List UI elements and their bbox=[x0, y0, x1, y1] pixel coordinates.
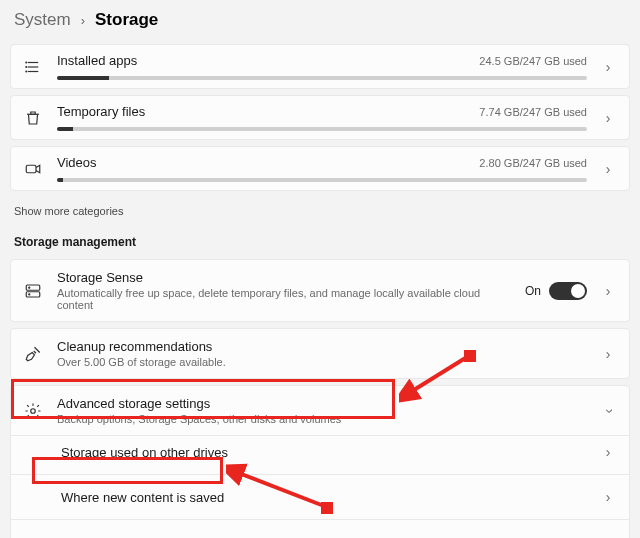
svg-point-4 bbox=[26, 66, 27, 67]
usage-row-apps[interactable]: Installed apps24.5 GB/247 GB used› bbox=[10, 44, 630, 89]
storage-sense-row[interactable]: Storage Sense Automatically free up spac… bbox=[10, 259, 630, 322]
video-icon bbox=[23, 159, 43, 179]
storage-management-header: Storage management bbox=[0, 231, 640, 259]
usage-amount: 24.5 GB/247 GB used bbox=[479, 55, 587, 67]
subrow-new-content[interactable]: Where new content is saved › bbox=[10, 475, 630, 520]
chevron-right-icon: › bbox=[601, 346, 615, 362]
chevron-up-icon: › bbox=[600, 404, 616, 418]
usage-amount: 7.74 GB/247 GB used bbox=[479, 106, 587, 118]
advanced-sub: Backup options, Storage Spaces, other di… bbox=[57, 413, 587, 425]
svg-point-10 bbox=[29, 293, 30, 294]
cleanup-row[interactable]: Cleanup recommendations Over 5.00 GB of … bbox=[10, 328, 630, 379]
svg-point-11 bbox=[31, 408, 36, 413]
storage-sense-toggle[interactable] bbox=[549, 282, 587, 300]
chevron-right-icon: › bbox=[601, 444, 615, 460]
breadcrumb-current: Storage bbox=[95, 10, 158, 30]
cleanup-title: Cleanup recommendations bbox=[57, 339, 587, 354]
svg-point-3 bbox=[26, 62, 27, 63]
svg-rect-6 bbox=[26, 165, 36, 173]
breadcrumb-parent[interactable]: System bbox=[14, 10, 71, 30]
storage-sense-sub: Automatically free up space, delete temp… bbox=[57, 287, 511, 311]
svg-point-9 bbox=[29, 287, 30, 288]
usage-label: Temporary files bbox=[57, 104, 145, 119]
drive-icon bbox=[23, 281, 43, 301]
subrow-label: Where new content is saved bbox=[61, 490, 224, 505]
subrow-other-drives[interactable]: Storage used on other drives › bbox=[10, 430, 630, 475]
usage-row-temp[interactable]: Temporary files7.74 GB/247 GB used› bbox=[10, 95, 630, 140]
advanced-storage-row[interactable]: Advanced storage settings Backup options… bbox=[10, 385, 630, 436]
chevron-right-icon: › bbox=[601, 489, 615, 505]
usage-row-video[interactable]: Videos2.80 GB/247 GB used› bbox=[10, 146, 630, 191]
chevron-right-icon: › bbox=[601, 534, 615, 538]
gear-icon bbox=[23, 401, 43, 421]
chevron-right-icon: › bbox=[601, 59, 615, 75]
chevron-right-icon: › bbox=[601, 161, 615, 177]
chevron-right-icon: › bbox=[601, 110, 615, 126]
chevron-right-icon: › bbox=[601, 283, 615, 299]
usage-bar bbox=[57, 76, 587, 80]
usage-bar bbox=[57, 127, 587, 131]
usage-label: Installed apps bbox=[57, 53, 137, 68]
storage-sense-title: Storage Sense bbox=[57, 270, 511, 285]
advanced-title: Advanced storage settings bbox=[57, 396, 587, 411]
show-more-categories[interactable]: Show more categories bbox=[0, 197, 137, 231]
breadcrumb: System › Storage bbox=[0, 0, 640, 44]
broom-icon bbox=[23, 344, 43, 364]
usage-label: Videos bbox=[57, 155, 97, 170]
apps-icon bbox=[23, 57, 43, 77]
chevron-right-icon: › bbox=[81, 13, 85, 28]
subrow-label: Storage Spaces bbox=[61, 535, 154, 539]
cleanup-sub: Over 5.00 GB of storage available. bbox=[57, 356, 587, 368]
usage-amount: 2.80 GB/247 GB used bbox=[479, 157, 587, 169]
subrow-label: Storage used on other drives bbox=[61, 445, 228, 460]
subrow-storage-spaces[interactable]: Storage Spaces › bbox=[10, 520, 630, 538]
svg-point-5 bbox=[26, 71, 27, 72]
trash-icon bbox=[23, 108, 43, 128]
storage-sense-state: On bbox=[525, 284, 541, 298]
usage-bar bbox=[57, 178, 587, 182]
